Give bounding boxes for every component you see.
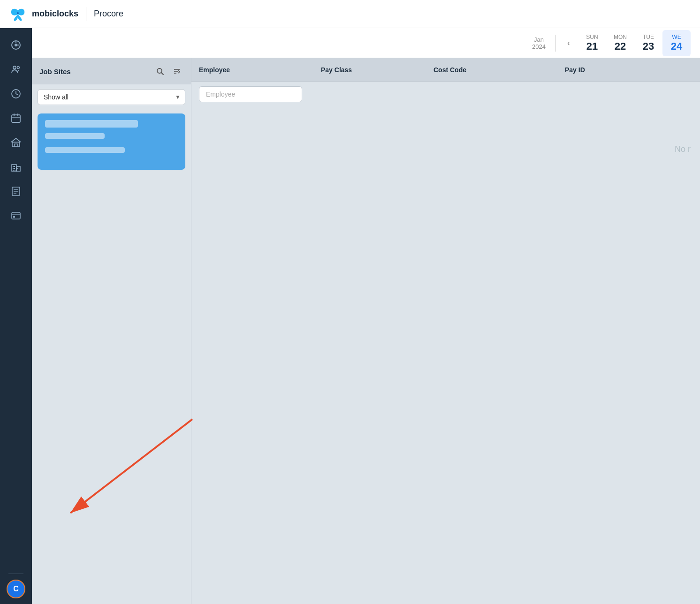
people-icon bbox=[11, 64, 21, 75]
day-col-tue[interactable]: TUE 23 bbox=[634, 30, 662, 56]
col-label-costcode: Cost Code bbox=[434, 66, 466, 74]
left-panel: Job Sites bbox=[32, 58, 191, 604]
sidebar-item-people[interactable] bbox=[5, 58, 27, 81]
buildings-icon bbox=[11, 162, 21, 172]
nav-month: Jan bbox=[534, 36, 544, 43]
job-site-blurred-line-3 bbox=[45, 147, 125, 153]
svg-point-2 bbox=[15, 44, 17, 46]
search-icon-btn[interactable] bbox=[153, 65, 167, 78]
svg-rect-19 bbox=[13, 166, 14, 167]
svg-rect-25 bbox=[15, 170, 15, 171]
day-col-sun[interactable]: SUN 21 bbox=[578, 30, 606, 56]
svg-rect-20 bbox=[14, 166, 15, 167]
nav-pipe bbox=[555, 35, 555, 52]
svg-point-6 bbox=[17, 67, 20, 69]
col-header-costcode: Cost Code bbox=[426, 60, 557, 79]
nav-year: 2024 bbox=[532, 43, 546, 50]
sidebar-item-jobsite[interactable] bbox=[5, 131, 27, 154]
svg-rect-21 bbox=[13, 168, 14, 169]
top-header: mobiclocks Procore bbox=[0, 0, 700, 28]
sidebar-divider bbox=[8, 574, 23, 574]
svg-point-5 bbox=[13, 66, 16, 69]
day-num-23: 23 bbox=[643, 40, 654, 53]
svg-rect-24 bbox=[13, 170, 14, 171]
svg-line-9 bbox=[16, 94, 18, 95]
show-all-select-wrapper: Show all Active Inactive ▼ bbox=[38, 89, 185, 105]
sidebar-item-calendar[interactable] bbox=[5, 107, 27, 129]
avatar-label: C bbox=[13, 585, 19, 593]
job-sites-filter-row: Show all Active Inactive ▼ bbox=[32, 84, 191, 110]
table-body: No r bbox=[191, 107, 700, 604]
main-content: Jan 2024 ‹ SUN 21 MON 22 TUE 23 WE 24 Jo… bbox=[32, 28, 700, 604]
left-panel-header: Job Sites bbox=[32, 58, 191, 84]
sidebar-item-buildings[interactable] bbox=[5, 156, 27, 178]
svg-point-0 bbox=[17, 12, 19, 14]
payroll-icon bbox=[11, 211, 21, 221]
mobiclocks-logo-icon bbox=[9, 6, 26, 23]
sidebar: C bbox=[0, 28, 32, 604]
sidebar-item-payroll[interactable] bbox=[5, 204, 27, 227]
svg-rect-23 bbox=[17, 168, 18, 169]
col-label-employee: Employee bbox=[199, 66, 230, 74]
sidebar-item-dashboard[interactable] bbox=[5, 34, 27, 56]
svg-rect-22 bbox=[14, 168, 15, 169]
sidebar-item-reports[interactable] bbox=[5, 180, 27, 203]
col-header-payclass: Pay Class bbox=[313, 60, 426, 79]
table-filter-row bbox=[191, 82, 700, 107]
svg-rect-10 bbox=[12, 115, 20, 122]
day-name-tue: TUE bbox=[643, 34, 654, 40]
col-label-payclass: Pay Class bbox=[321, 66, 352, 74]
table-header: Employee Pay Class Cost Code Pay ID bbox=[191, 58, 700, 82]
header-divider bbox=[86, 7, 86, 21]
job-site-blurred-line-1 bbox=[45, 120, 138, 128]
day-name-sun: SUN bbox=[586, 34, 598, 40]
content-body: Job Sites bbox=[32, 58, 700, 604]
col-header-employee: Employee bbox=[191, 60, 313, 79]
sort-icon-btn[interactable] bbox=[170, 65, 183, 78]
dashboard-icon bbox=[11, 40, 21, 50]
right-panel: Employee Pay Class Cost Code Pay ID No r bbox=[191, 58, 700, 604]
date-nav-bar: Jan 2024 ‹ SUN 21 MON 22 TUE 23 WE 24 bbox=[32, 28, 700, 58]
employee-filter-input[interactable] bbox=[199, 86, 302, 102]
job-site-list bbox=[32, 110, 191, 174]
sidebar-item-clock[interactable] bbox=[5, 83, 27, 105]
job-site-card-1[interactable] bbox=[38, 113, 185, 170]
nav-prev-button[interactable]: ‹ bbox=[561, 36, 576, 51]
calendar-icon bbox=[11, 113, 21, 123]
day-num-21: 21 bbox=[586, 40, 598, 53]
reports-icon bbox=[11, 186, 21, 196]
no-records-text: No r bbox=[675, 144, 691, 154]
day-num-22: 22 bbox=[615, 40, 626, 53]
svg-rect-30 bbox=[12, 212, 20, 219]
logo-area: mobiclocks bbox=[9, 6, 78, 23]
day-name-wed: WE bbox=[672, 34, 681, 40]
jobsite-icon bbox=[11, 137, 21, 148]
job-site-blurred-line-2 bbox=[45, 133, 105, 139]
day-col-wed[interactable]: WE 24 bbox=[662, 30, 691, 56]
avatar[interactable]: C bbox=[7, 580, 25, 598]
show-all-select[interactable]: Show all Active Inactive bbox=[38, 89, 185, 105]
svg-rect-32 bbox=[13, 216, 15, 218]
integration-name: Procore bbox=[94, 9, 123, 19]
col-label-payid: Pay ID bbox=[565, 66, 585, 74]
clock-icon bbox=[11, 89, 21, 99]
search-icon bbox=[156, 68, 164, 75]
day-name-mon: MON bbox=[614, 34, 627, 40]
day-num-24: 24 bbox=[671, 40, 682, 53]
job-site-card-content-1 bbox=[45, 120, 178, 153]
svg-rect-14 bbox=[12, 142, 20, 147]
date-month-year: Jan 2024 bbox=[532, 36, 546, 50]
job-sites-title: Job Sites bbox=[39, 68, 150, 76]
svg-line-34 bbox=[161, 73, 163, 75]
day-col-mon[interactable]: MON 22 bbox=[606, 30, 634, 56]
app-name: mobiclocks bbox=[32, 9, 78, 19]
sort-icon bbox=[173, 68, 181, 75]
col-header-payid: Pay ID bbox=[557, 60, 651, 79]
